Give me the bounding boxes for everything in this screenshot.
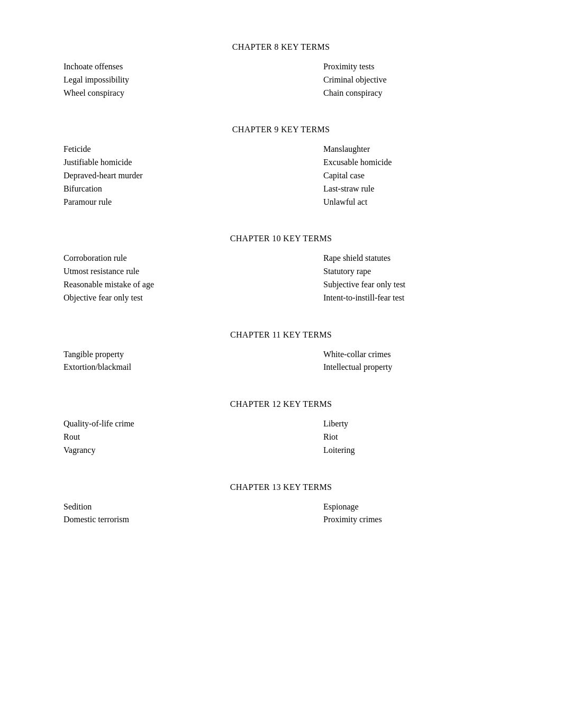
term-left-ch10-1: Utmost resistance rule (64, 265, 270, 278)
term-left-ch12-1: Rout (64, 431, 270, 444)
term-left-ch11-0: Tangible property (64, 348, 270, 361)
term-right-ch13-0: Espionage (323, 501, 509, 514)
term-left-ch8-1: Legal impossibility (64, 74, 270, 87)
term-right-ch13-1: Proximity crimes (323, 513, 509, 526)
term-right-ch9-1: Excusable homicide (323, 156, 509, 169)
right-col-ch11: White-collar crimesIntellectual property (292, 348, 509, 375)
term-left-ch10-3: Objective fear only test (64, 292, 270, 305)
right-col-ch13: EspionageProximity crimes (292, 501, 509, 527)
term-left-ch9-0: Feticide (64, 143, 270, 156)
term-right-ch9-2: Capital case (323, 169, 509, 183)
chapter-title-ch9: CHAPTER 9 KEY TERMS (53, 125, 509, 134)
term-right-ch8-0: Proximity tests (323, 60, 509, 74)
term-left-ch9-1: Justifiable homicide (64, 156, 270, 169)
chapter-title-ch12: CHAPTER 12 KEY TERMS (53, 399, 509, 409)
left-col-ch9: FeticideJustifiable homicideDepraved-hea… (53, 143, 270, 208)
term-right-ch11-1: Intellectual property (323, 361, 509, 374)
term-right-ch8-1: Criminal objective (323, 74, 509, 87)
terms-grid-ch11: Tangible propertyExtortion/blackmailWhit… (53, 348, 509, 375)
term-left-ch11-1: Extortion/blackmail (64, 361, 270, 374)
chapter-section-ch9: CHAPTER 9 KEY TERMSFeticideJustifiable h… (53, 125, 509, 208)
term-right-ch11-0: White-collar crimes (323, 348, 509, 361)
right-col-ch8: Proximity testsCriminal objectiveChain c… (292, 60, 509, 99)
chapter-section-ch12: CHAPTER 12 KEY TERMSQuality-of-life crim… (53, 399, 509, 457)
term-right-ch9-0: Manslaughter (323, 143, 509, 156)
chapter-section-ch8: CHAPTER 8 KEY TERMSInchoate offensesLega… (53, 42, 509, 99)
term-left-ch8-0: Inchoate offenses (64, 60, 270, 74)
term-right-ch12-2: Loitering (323, 444, 509, 457)
term-right-ch12-0: Liberty (323, 417, 509, 431)
term-left-ch9-2: Depraved-heart murder (64, 169, 270, 183)
left-col-ch8: Inchoate offensesLegal impossibilityWhee… (53, 60, 270, 99)
terms-grid-ch9: FeticideJustifiable homicideDepraved-hea… (53, 143, 509, 208)
page: CHAPTER 8 KEY TERMSInchoate offensesLega… (0, 0, 562, 594)
term-right-ch8-2: Chain conspiracy (323, 87, 509, 100)
left-col-ch10: Corroboration ruleUtmost resistance rule… (53, 252, 270, 304)
right-col-ch12: LibertyRiotLoitering (292, 417, 509, 457)
term-left-ch9-3: Bifurcation (64, 183, 270, 196)
chapter-title-ch11: CHAPTER 11 KEY TERMS (53, 330, 509, 340)
chapter-title-ch13: CHAPTER 13 KEY TERMS (53, 483, 509, 492)
term-left-ch9-4: Paramour rule (64, 196, 270, 209)
term-right-ch10-0: Rape shield statutes (323, 252, 509, 265)
chapter-section-ch10: CHAPTER 10 KEY TERMSCorroboration ruleUt… (53, 234, 509, 304)
terms-grid-ch10: Corroboration ruleUtmost resistance rule… (53, 252, 509, 304)
terms-grid-ch8: Inchoate offensesLegal impossibilityWhee… (53, 60, 509, 99)
chapter-title-ch8: CHAPTER 8 KEY TERMS (53, 42, 509, 52)
right-col-ch9: ManslaughterExcusable homicideCapital ca… (292, 143, 509, 208)
term-right-ch10-2: Subjective fear only test (323, 278, 509, 292)
term-left-ch12-2: Vagrancy (64, 444, 270, 457)
term-left-ch10-0: Corroboration rule (64, 252, 270, 265)
term-left-ch10-2: Reasonable mistake of age (64, 278, 270, 292)
term-right-ch12-1: Riot (323, 431, 509, 444)
left-col-ch13: SeditionDomestic terrorism (53, 501, 270, 527)
term-right-ch10-1: Statutory rape (323, 265, 509, 278)
chapter-title-ch10: CHAPTER 10 KEY TERMS (53, 234, 509, 243)
term-left-ch8-2: Wheel conspiracy (64, 87, 270, 100)
terms-grid-ch12: Quality-of-life crimeRoutVagrancyLiberty… (53, 417, 509, 457)
chapter-section-ch13: CHAPTER 13 KEY TERMSSeditionDomestic ter… (53, 483, 509, 527)
right-col-ch10: Rape shield statutesStatutory rapeSubjec… (292, 252, 509, 304)
term-right-ch9-3: Last-straw rule (323, 183, 509, 196)
term-right-ch10-3: Intent-to-instill-fear test (323, 292, 509, 305)
left-col-ch11: Tangible propertyExtortion/blackmail (53, 348, 270, 375)
term-right-ch9-4: Unlawful act (323, 196, 509, 209)
term-left-ch13-0: Sedition (64, 501, 270, 514)
chapter-section-ch11: CHAPTER 11 KEY TERMSTangible propertyExt… (53, 330, 509, 375)
term-left-ch12-0: Quality-of-life crime (64, 417, 270, 431)
term-left-ch13-1: Domestic terrorism (64, 513, 270, 526)
left-col-ch12: Quality-of-life crimeRoutVagrancy (53, 417, 270, 457)
terms-grid-ch13: SeditionDomestic terrorismEspionageProxi… (53, 501, 509, 527)
